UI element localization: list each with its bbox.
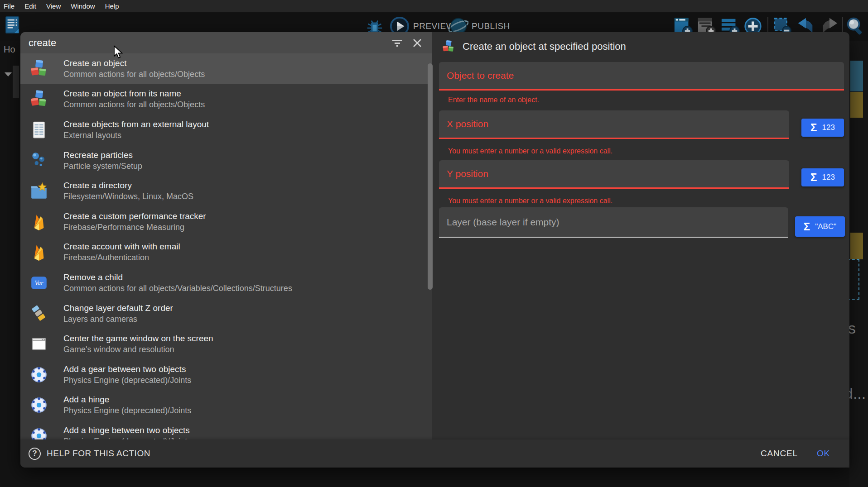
field-placeholder: Y position [447,168,488,179]
list-item[interactable]: Var Remove a child Common actions for al… [20,267,432,298]
list-item-subtitle: Game's window and resolution [63,344,213,355]
menu-help[interactable]: Help [105,2,119,10]
field-error-text: You must enter a number or a valid expre… [448,197,612,205]
search-bar[interactable]: create [20,32,432,53]
layers-icon [29,304,48,323]
menu-edit[interactable]: Edit [24,2,36,10]
dialog-footer: ? HELP FOR THIS ACTION CANCEL OK [20,439,849,468]
objects-icon [29,59,48,78]
objects-icon [29,90,48,109]
window-icon [29,334,48,353]
list-item-subtitle: Common actions for all objects/Objects [63,69,205,80]
x-expression-button[interactable]: Σ 123 [801,119,844,137]
help-for-action-button[interactable]: ? HELP FOR THIS ACTION [29,448,150,460]
panel-header: Create an object at specified position [442,40,626,53]
menu-bar: File Edit View Window Help [0,0,868,12]
list-item-subtitle: Particle system/Setup [63,161,142,172]
y-expression-button[interactable]: Σ 123 [801,168,844,186]
list-scrollbar[interactable] [428,63,433,290]
y-position-field[interactable]: Y position [439,160,789,189]
directory-icon [29,181,48,201]
firebase-icon [29,212,48,231]
list-item[interactable]: Create a custom performance tracker Fire… [20,206,432,237]
sigma-icon: Σ [804,221,810,232]
list-item[interactable]: Center the game window on the screen Gam… [20,329,432,359]
list-item-subtitle: Firebase/Authentication [63,252,180,263]
list-item[interactable]: Recreate particles Particle system/Setup [20,145,432,176]
search-input[interactable]: create [29,37,384,49]
background-panel-strip [13,66,19,98]
field-error-text: Enter the name of an object. [448,96,539,104]
list-item-title: Create an object [63,57,205,69]
list-item-subtitle: Filesystem/Windows, Linux, MacOS [63,191,193,202]
search-icon[interactable] [845,16,865,36]
sigma-icon: Σ [810,172,817,183]
field-error-text: You must enter a number or a valid expre… [448,147,612,155]
scene-object-fragment [850,92,863,118]
list-item-title: Add a gear between two objects [63,363,191,375]
scene-scrollbar-fragment [850,61,863,91]
list-item-title: Center the game window on the screen [63,333,213,344]
help-icon: ? [29,448,41,460]
list-item-subtitle: Physics Engine (deprecated)/Joints [63,375,191,386]
list-item[interactable]: Create objects from an external layout E… [20,115,432,145]
list-item-title: Change layer default Z order [63,302,173,314]
list-item[interactable]: Create an object Common actions for all … [20,53,432,84]
expression-type-label: 123 [822,173,835,182]
x-position-field[interactable]: X position [439,110,789,139]
list-item-subtitle: External layouts [63,130,209,141]
expression-type-label: 123 [822,123,835,132]
list-item-title: Remove a child [63,272,292,283]
list-item-subtitle: Firebase/Performance Measuring [63,222,206,233]
list-item[interactable]: Change layer default Z order Layers and … [20,298,432,329]
list-item[interactable]: Add a gear between two objects Physics E… [20,359,432,390]
publish-label[interactable]: PUBLISH [472,21,510,31]
list-item[interactable]: Add a hinge between two objects Physics … [20,420,432,439]
expression-type-label: "ABC" [815,222,836,231]
list-item-subtitle: Layers and cameras [63,314,173,325]
list-item-subtitle: Physics Engine (deprecated)/Joints [63,436,191,439]
list-item[interactable]: Create account with with email Firebase/… [20,237,432,268]
list-item[interactable]: Create a directory Filesystem/Windows, L… [20,176,432,206]
firebase-icon [29,243,48,262]
list-item-subtitle: Physics Engine (deprecated)/Joints [63,405,191,416]
list-item-title: Add a hinge [63,394,191,405]
action-config-panel: Create an object at specified position O… [432,32,849,468]
field-placeholder: Object to create [447,70,514,81]
external-layout-icon [29,120,48,139]
list-item-title: Create a custom performance tracker [63,210,206,222]
chevron-down-icon[interactable] [5,72,12,76]
ok-button[interactable]: OK [817,449,830,458]
cancel-button[interactable]: CANCEL [761,449,798,458]
menu-window[interactable]: Window [71,2,95,10]
physics-icon [29,426,48,439]
list-item[interactable]: Create an object from its name Common ac… [20,84,432,115]
menu-view[interactable]: View [46,2,61,10]
close-icon[interactable] [411,37,424,49]
list-item-title: Create objects from an external layout [63,119,209,130]
list-item-subtitle: Common actions for all objects/Variables… [63,283,292,294]
scene-object-fragment [850,233,863,259]
object-to-create-field[interactable]: Object to create [439,62,844,91]
home-tab-clipped[interactable]: Ho [4,44,15,55]
panel-title: Create an object at specified position [463,41,626,53]
field-placeholder: X position [447,119,488,129]
menu-file[interactable]: File [4,2,14,10]
list-item-title: Recreate particles [63,149,142,161]
particles-icon [29,151,48,170]
app-window: File Edit View Window Help PREVIEW PUBLI… [0,0,868,487]
list-item-title: Add a hinge between two objects [63,425,191,436]
layer-expression-button[interactable]: Σ "ABC" [795,216,845,237]
objects-icon [442,40,455,53]
list-item-subtitle: Common actions for all objects/Objects [63,99,205,110]
variable-icon: Var [29,273,48,292]
instruction-editor-dialog: create Create an object Common actions f… [20,32,849,468]
filter-icon[interactable] [391,37,404,49]
list-item-title: Create a directory [63,180,193,191]
layer-field[interactable]: Layer (base layer if empty) [439,207,788,238]
project-manager-icon[interactable] [5,14,22,35]
help-label: HELP FOR THIS ACTION [47,449,150,458]
list-item[interactable]: Add a hinge Physics Engine (deprecated)/… [20,390,432,421]
instruction-search-panel: create Create an object Common actions f… [20,32,432,468]
list-item-title: Create an object from its name [63,88,205,99]
